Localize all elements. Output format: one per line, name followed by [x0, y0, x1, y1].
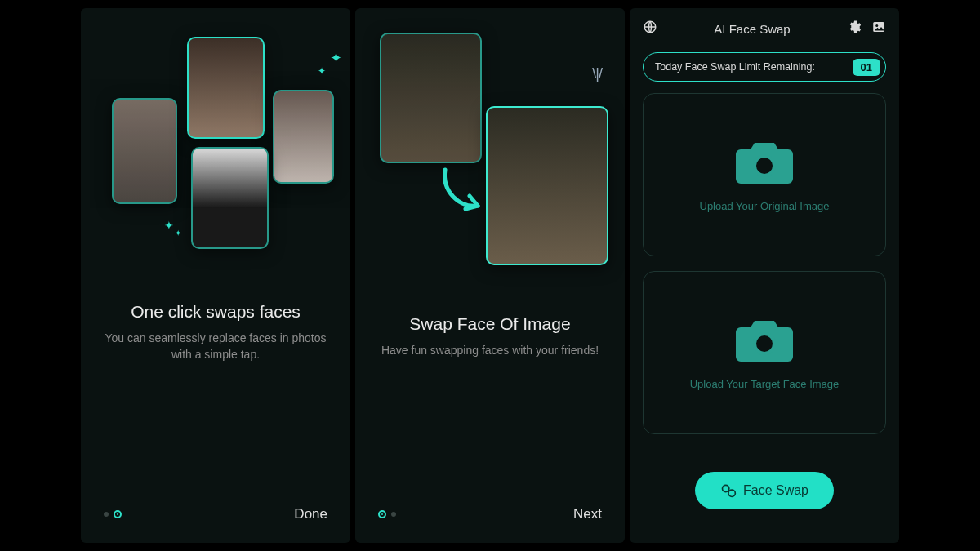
- face-swap-icon: [720, 482, 737, 499]
- result-photo: [486, 106, 608, 265]
- source-photo: [380, 33, 482, 163]
- onboarding-subtitle: Have fun swapping faces with your friend…: [378, 342, 602, 358]
- done-button[interactable]: Done: [294, 506, 327, 522]
- gear-icon[interactable]: [847, 20, 862, 38]
- onboarding-screen-1: ✦ ✦ ✦ ✦ One click swaps faces You can se…: [81, 8, 350, 543]
- limit-value: 01: [853, 59, 880, 76]
- onboarding-title: One click swaps faces: [104, 302, 327, 322]
- globe-icon[interactable]: [643, 20, 657, 38]
- svg-point-8: [728, 490, 735, 496]
- onboarding-title: Swap Face Of Image: [378, 314, 602, 334]
- face-swap-label: Face Swap: [743, 483, 808, 498]
- onboarding-screen-2: \ | / Swap Face Of Image Have fun swappi…: [355, 8, 625, 543]
- sample-photo-3: [273, 90, 334, 184]
- photo-cluster: ✦ ✦ ✦ ✦: [81, 16, 350, 261]
- sparkle-icon: ✦: [330, 49, 342, 67]
- app-title: AI Face Swap: [714, 22, 790, 36]
- swap-arrow-icon: [437, 163, 494, 220]
- app-header: AI Face Swap: [630, 8, 899, 44]
- upload-original-button[interactable]: Upload Your Original Image: [643, 93, 886, 256]
- face-swap-button[interactable]: Face Swap: [695, 472, 834, 509]
- svg-point-2: [875, 24, 878, 27]
- camera-icon: [733, 316, 796, 367]
- page-dot: [104, 512, 109, 517]
- page-indicator: [104, 510, 122, 518]
- sparkle-icon: ✦: [318, 65, 326, 77]
- page-indicator: [378, 510, 396, 518]
- swap-illustration: \ | /: [355, 20, 625, 298]
- page-dot-active: [114, 510, 122, 518]
- limit-label: Today Face Swap Limit Remaining:: [655, 61, 815, 73]
- onboarding-subtitle: You can seamlessly replace faces in phot…: [104, 330, 327, 363]
- sample-photo-4: [191, 147, 269, 249]
- accent-ticks-icon: \ | /: [592, 65, 600, 82]
- upload-target-label: Upload Your Target Face Image: [690, 378, 840, 390]
- upload-target-button[interactable]: Upload Your Target Face Image: [643, 271, 886, 434]
- sample-photo-1: [112, 98, 177, 204]
- image-icon[interactable]: [871, 20, 886, 38]
- page-dot-active: [378, 510, 386, 518]
- sparkle-icon: ✦: [164, 219, 174, 232]
- upload-original-label: Upload Your Original Image: [700, 200, 830, 212]
- svg-point-7: [722, 485, 728, 491]
- limit-bar: Today Face Swap Limit Remaining: 01: [643, 52, 886, 82]
- page-dot: [391, 512, 396, 517]
- camera-icon: [733, 138, 796, 189]
- sample-photo-2: [187, 37, 265, 139]
- next-button[interactable]: Next: [573, 506, 602, 522]
- main-screen: AI Face Swap Today Face Swap Limit Remai…: [630, 8, 899, 543]
- sparkle-icon: ✦: [175, 229, 181, 238]
